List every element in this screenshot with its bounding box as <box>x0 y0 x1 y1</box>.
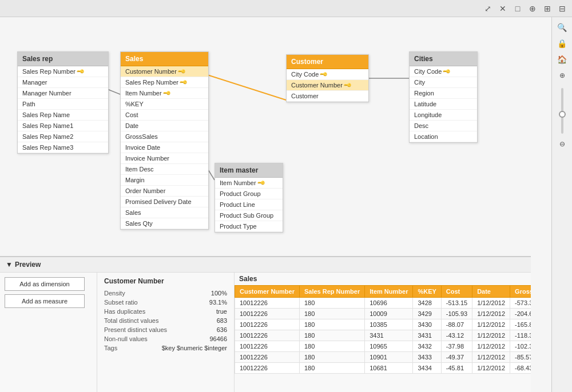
stat-presentdistinct: Present distinct values 636 <box>104 325 227 334</box>
cities-field-desc: Desc <box>410 121 477 131</box>
salesrep-field-name2: Sales Rep Name2 <box>18 131 108 142</box>
itemmaster-field-productline: Product Line <box>215 199 283 210</box>
table-row: 10012226180109653432-37.981/12/2012-102.… <box>235 341 531 352</box>
top-toolbar: ⤢ ✕ □ ⊕ ⊞ ⊟ <box>0 0 572 17</box>
customer-header: Customer <box>287 55 368 69</box>
grid-icon[interactable]: ⊞ <box>542 3 553 14</box>
zoom-in-top-icon[interactable]: 🔍 <box>557 22 568 33</box>
stat-hasduplicates: Has duplicates true <box>104 307 227 316</box>
cities-field-region: Region <box>410 88 477 99</box>
preview-header[interactable]: ▼ Preview <box>0 257 531 273</box>
cities-field-longitude: Longitude <box>410 110 477 121</box>
cities-field-citycode: City Code 🔑 <box>410 66 477 77</box>
sales-field-itemdesc: Item Desc <box>121 164 208 175</box>
zoom-out-icon[interactable]: ⊖ <box>557 138 568 150</box>
chevron-down-icon: ▼ <box>6 261 13 269</box>
stat-tags: Tags $key $numeric $integer <box>104 343 227 353</box>
sales-field-salesrepnumber: Sales Rep Number 🔑 <box>121 77 208 88</box>
customer-entity: Customer City Code 🔑 Customer Number 🔑 C… <box>286 54 369 102</box>
salesrep-field-name1: Sales Rep Name1 <box>18 121 108 131</box>
sales-field-date: Date <box>121 121 208 131</box>
stat-nonnull: Non-null values 96466 <box>104 334 227 343</box>
canvas-area[interactable]: Sales rep Sales Rep Number 🔑 Manager Man… <box>0 17 551 392</box>
sales-field-margin: Margin <box>121 175 208 186</box>
customer-field-citycode: City Code 🔑 <box>287 69 368 80</box>
preview-table-area[interactable]: Sales Customer Number Sales Rep Number I… <box>235 273 531 392</box>
zoom-slider[interactable] <box>561 88 563 134</box>
table-row: 10012226180109013433-49.371/12/2012-85.5… <box>235 352 531 363</box>
itemmaster-field-producttype: Product Type <box>215 221 283 232</box>
stats-title: Customer Number <box>104 277 227 285</box>
sales-field-cost: Cost <box>121 110 208 121</box>
customer-field-customer: Customer <box>287 91 368 102</box>
itemmaster-field-itemnumber: Item Number 🔑 <box>215 178 283 189</box>
sales-label: Sales <box>235 273 531 285</box>
preview-panel: ▼ Preview Add as dimension Add as measur… <box>0 256 531 392</box>
cities-field-latitude: Latitude <box>410 99 477 110</box>
sales-field-invoicenumber: Invoice Number <box>121 153 208 164</box>
col-date: Date <box>472 286 510 298</box>
col-grosssales: GrossSales <box>510 286 531 298</box>
preview-title: Preview <box>15 261 41 269</box>
sales-field-ordernumber: Order Number <box>121 186 208 197</box>
salesrep-field-name: Sales Rep Name <box>18 110 108 121</box>
col-cost: Cost <box>441 286 472 298</box>
preview-body: Add as dimension Add as measure Customer… <box>0 273 531 392</box>
stat-subsetratio: Subset ratio 93.1% <box>104 298 227 307</box>
main-area: Sales rep Sales Rep Number 🔑 Manager Man… <box>0 17 572 392</box>
col-salesrepnumber: Sales Rep Number <box>299 286 364 298</box>
svg-line-1 <box>200 73 286 100</box>
table-row: 10012226180100093429-105.931/12/2012-204… <box>235 309 531 319</box>
sales-header: Sales <box>121 52 208 66</box>
itemmaster-header: Item master <box>215 163 283 178</box>
add-icon[interactable]: ⊕ <box>527 3 538 14</box>
lock-icon[interactable]: 🔒 <box>557 38 568 49</box>
salesrep-field-salesrepnumber: Sales Rep Number 🔑 <box>18 66 108 77</box>
stat-density: Density 100% <box>104 289 227 298</box>
right-panel: 🔍 🔒 🏠 ⊕ ⊖ <box>551 17 572 392</box>
salesrep-field-manager: Manager <box>18 77 108 88</box>
sales-field-promiseddelivery: Promised Delivery Date <box>121 197 208 207</box>
sales-field-grosssales: GrossSales <box>121 131 208 142</box>
table-row: 10012226180106963428-513.151/12/2012-573… <box>235 298 531 309</box>
preview-table: Customer Number Sales Rep Number Item Nu… <box>235 285 531 374</box>
salesrep-field-managernumber: Manager Number <box>18 88 108 99</box>
itemmaster-entity: Item master Item Number 🔑 Product Group … <box>214 163 283 233</box>
customer-field-customernumber: Customer Number 🔑 <box>287 80 368 91</box>
preview-stats: Customer Number Density 100% Subset rati… <box>97 273 235 392</box>
expand-icon[interactable]: ⤢ <box>483 3 493 14</box>
sales-field-key: %KEY <box>121 99 208 110</box>
cities-header: Cities <box>410 52 477 66</box>
sales-field-itemnumber: Item Number 🔑 <box>121 88 208 99</box>
preview-left: Add as dimension Add as measure <box>0 273 97 392</box>
sales-field-salesqty: Sales Qty <box>121 218 208 229</box>
zoom-track <box>561 88 563 134</box>
add-dimension-button[interactable]: Add as dimension <box>5 277 85 291</box>
salesrep-header: Sales rep <box>18 52 108 66</box>
layout-icon[interactable]: ⊟ <box>557 3 567 14</box>
home-icon[interactable]: 🏠 <box>557 54 568 65</box>
table-row: 1001222618034313431-43.121/12/2012-118.3… <box>235 330 531 341</box>
stat-totaldistinct: Total distinct values 683 <box>104 316 227 325</box>
itemmaster-field-productsubgroup: Product Sub Group <box>215 210 283 221</box>
col-customernumber: Customer Number <box>235 286 300 298</box>
sales-entity: Sales Customer Number 🔑 Sales Rep Number… <box>120 51 209 230</box>
col-itemnumber: Item Number <box>365 286 413 298</box>
col-key: %KEY <box>413 286 441 298</box>
window-icon[interactable]: □ <box>513 3 523 14</box>
cities-entity: Cities City Code 🔑 City Region Latitude … <box>409 51 478 143</box>
itemmaster-field-productgroup: Product Group <box>215 189 283 199</box>
cities-field-location: Location <box>410 131 477 142</box>
close-icon[interactable]: ✕ <box>498 3 508 14</box>
sales-field-invoicedate: Invoice Date <box>121 142 208 153</box>
sales-field-sales: Sales <box>121 207 208 218</box>
table-row: 10012226180106813434-45.811/12/2012-68.4… <box>235 363 531 374</box>
sales-field-customernumber: Customer Number 🔑 <box>121 66 208 77</box>
salesrep-entity: Sales rep Sales Rep Number 🔑 Manager Man… <box>17 51 109 154</box>
cities-field-city: City <box>410 77 477 88</box>
salesrep-field-path: Path <box>18 99 108 110</box>
zoom-in-icon[interactable]: ⊕ <box>557 70 568 81</box>
table-row: 10012226180103853430-88.071/12/2012-165.… <box>235 319 531 330</box>
add-measure-button[interactable]: Add as measure <box>5 294 85 308</box>
zoom-thumb <box>559 111 566 118</box>
